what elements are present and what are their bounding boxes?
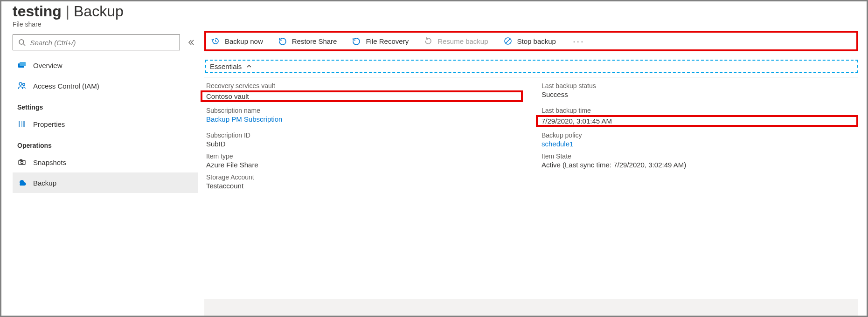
toolbar-label: Backup now xyxy=(225,37,263,45)
footer-strip xyxy=(204,299,858,316)
subscription-id-value: SubID xyxy=(206,140,523,148)
resume-backup-button: Resume backup xyxy=(423,34,489,48)
backup-now-button[interactable]: Backup now xyxy=(210,34,264,48)
svg-rect-7 xyxy=(21,121,22,127)
subscription-name-link[interactable]: Backup PM Subscription xyxy=(206,115,523,123)
restore-share-icon xyxy=(278,36,287,46)
sidebar-group-settings: Settings xyxy=(13,96,198,114)
backup-policy-label: Backup policy xyxy=(542,131,858,139)
recovery-vault-label: Recovery services vault xyxy=(206,82,523,90)
last-backup-time-value: 7/29/2020, 3:01:45 AM xyxy=(542,117,612,125)
toolbar-label: Resume backup xyxy=(437,37,488,45)
properties-icon xyxy=(17,119,27,129)
overview-icon xyxy=(17,61,27,70)
sidebar-item-label: Backup xyxy=(33,179,56,187)
title-separator: | xyxy=(66,3,74,20)
stop-backup-icon xyxy=(503,36,513,46)
search-input[interactable] xyxy=(30,39,175,47)
sidebar-item-properties[interactable]: Properties xyxy=(13,114,198,134)
search-icon xyxy=(18,38,26,47)
sidebar-item-snapshots[interactable]: Snapshots xyxy=(13,152,198,172)
toolbar-more-button[interactable]: ··· xyxy=(570,36,588,47)
toolbar-highlight: Backup now Restore Share File Recovery xyxy=(204,31,858,51)
recovery-vault-value: Contoso vault xyxy=(206,92,249,100)
sidebar-item-backup[interactable]: Backup xyxy=(13,172,198,193)
svg-line-13 xyxy=(506,39,510,43)
sidebar-item-label: Overview xyxy=(33,62,62,69)
last-backup-time-highlight: 7/29/2020, 3:01:45 AM xyxy=(536,115,858,127)
iam-icon xyxy=(17,81,27,90)
last-backup-time-label: Last backup time xyxy=(542,107,858,114)
subscription-id-label: Subscription ID xyxy=(206,131,523,139)
item-state-label: Item State xyxy=(542,152,858,160)
title-resource: testing xyxy=(13,3,62,20)
toolbar-label: Stop backup xyxy=(517,37,556,45)
toolbar-label: File Recovery xyxy=(366,37,409,45)
sidebar-item-label: Properties xyxy=(33,120,65,128)
essentials-label: Essentials xyxy=(210,62,242,70)
snapshots-icon xyxy=(17,158,27,167)
resume-backup-icon xyxy=(424,36,433,46)
storage-account-value: Testaccount xyxy=(206,182,523,190)
backup-icon xyxy=(17,178,27,187)
sidebar-item-iam[interactable]: Access Control (IAM) xyxy=(13,76,198,96)
last-backup-status-value: Success xyxy=(542,90,858,98)
file-recovery-button[interactable]: File Recovery xyxy=(351,34,410,48)
chevron-up-icon xyxy=(246,62,252,70)
item-state-value: Active (Last sync time: 7/29/2020, 3:02:… xyxy=(542,161,858,169)
backup-now-icon xyxy=(211,36,220,46)
title-section: Backup xyxy=(74,3,124,20)
svg-rect-11 xyxy=(20,159,22,160)
subscription-name-label: Subscription name xyxy=(206,107,523,114)
essentials-toggle[interactable]: Essentials xyxy=(205,60,858,73)
sidebar-item-label: Access Control (IAM) xyxy=(33,82,99,90)
svg-rect-8 xyxy=(23,121,25,127)
sidebar-item-overview[interactable]: Overview xyxy=(13,55,198,76)
item-type-value: Azure File Share xyxy=(206,161,523,169)
sidebar-item-label: Snapshots xyxy=(33,158,66,166)
backup-policy-link[interactable]: schedule1 xyxy=(542,140,858,148)
item-type-label: Item type xyxy=(206,152,523,160)
svg-point-5 xyxy=(23,83,25,86)
essentials-divider xyxy=(204,77,858,77)
svg-point-4 xyxy=(19,83,22,85)
storage-account-label: Storage Account xyxy=(206,173,523,181)
file-recovery-icon xyxy=(352,36,361,46)
last-backup-status-label: Last backup status xyxy=(542,82,858,90)
svg-point-10 xyxy=(21,161,23,164)
page-title: testing | Backup xyxy=(13,3,855,20)
svg-rect-6 xyxy=(19,121,20,127)
sidebar-group-operations: Operations xyxy=(13,134,198,152)
svg-point-0 xyxy=(19,40,24,44)
stop-backup-button[interactable]: Stop backup xyxy=(502,34,557,48)
restore-share-button[interactable]: Restore Share xyxy=(277,34,338,48)
svg-line-1 xyxy=(23,44,25,46)
svg-rect-3 xyxy=(20,62,26,66)
collapse-sidebar-button[interactable] xyxy=(185,36,198,49)
search-box[interactable] xyxy=(13,34,180,50)
recovery-vault-highlight: Contoso vault xyxy=(201,90,523,102)
page-subtitle: File share xyxy=(13,21,855,28)
toolbar-label: Restore Share xyxy=(292,37,337,45)
